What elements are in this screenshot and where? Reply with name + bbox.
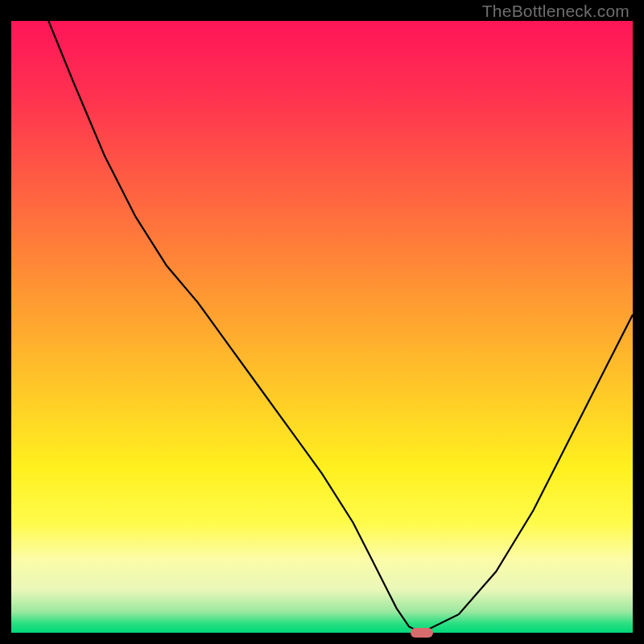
watermark-text: TheBottleneck.com [482, 2, 630, 21]
bottleneck-curve [11, 21, 633, 633]
optimal-point-marker [411, 628, 433, 638]
plot-area [11, 21, 633, 633]
